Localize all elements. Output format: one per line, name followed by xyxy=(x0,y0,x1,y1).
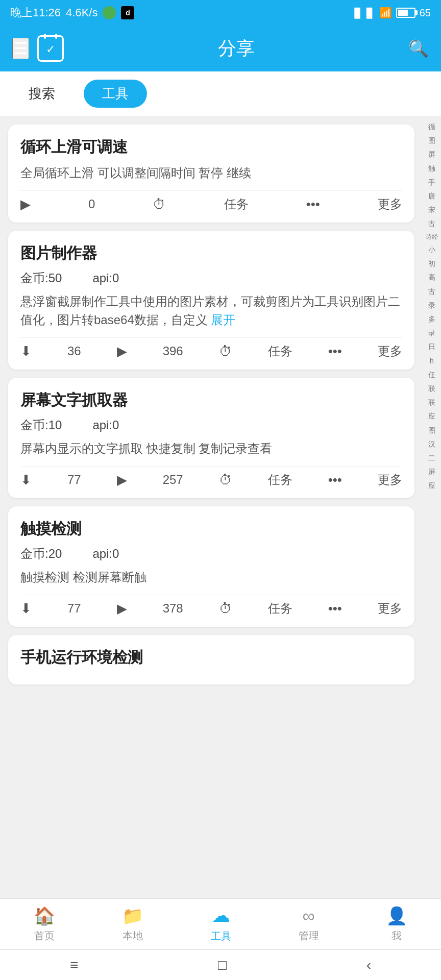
card-3-timer[interactable]: ⏱ xyxy=(219,472,232,488)
side-index-古[interactable]: 古 xyxy=(423,217,441,230)
side-index-唐[interactable]: 唐 xyxy=(423,190,441,203)
tools-nav-icon: ☁ xyxy=(212,905,230,926)
side-index-初[interactable]: 初 xyxy=(423,257,441,270)
card-1-desc: 全局循环上滑 可以调整间隔时间 暂停 继续 xyxy=(20,164,402,182)
side-index-联[interactable]: 联 xyxy=(423,382,441,395)
side-index-图2[interactable]: 图 xyxy=(423,424,441,437)
side-index-日[interactable]: 日 xyxy=(423,340,441,353)
menu-button[interactable]: ☰ xyxy=(12,38,29,59)
card-3-download[interactable]: ⬇ xyxy=(20,472,32,488)
tab-tools[interactable]: 工具 xyxy=(84,80,147,108)
card-3-play[interactable]: ▶ xyxy=(117,472,127,488)
card-2-expand[interactable]: 展开 xyxy=(211,313,235,327)
card-3-more-btn[interactable]: 更多 xyxy=(378,472,402,488)
card-4-download[interactable]: ⬇ xyxy=(20,601,32,617)
card-1-task-label: 任务 xyxy=(224,196,249,212)
tabs-bar: 搜索 工具 xyxy=(0,71,441,116)
side-index-联2[interactable]: 联 xyxy=(423,396,441,409)
card-1: 循环上滑可调速 全局循环上滑 可以调整间隔时间 暂停 继续 ▶ 0 ⏱ 任务 •… xyxy=(8,125,414,223)
card-2-more-btn[interactable]: 更多 xyxy=(378,343,402,359)
card-4-title: 触摸检测 xyxy=(20,519,402,540)
card-1-more-btn[interactable]: 更多 xyxy=(378,196,402,212)
card-1-timer[interactable]: ⏱ xyxy=(153,197,166,212)
card-1-play[interactable]: ▶ xyxy=(20,197,31,212)
card-2-task[interactable]: 任务 xyxy=(268,343,292,359)
card-2-coins: 金币:50 xyxy=(20,270,62,286)
side-index-图[interactable]: 图 xyxy=(423,134,441,147)
card-1-more[interactable]: ••• xyxy=(306,197,320,212)
side-index-二[interactable]: 二 xyxy=(423,452,441,464)
nav-tools[interactable]: ☁ 工具 xyxy=(201,901,241,947)
card-2-dl-count: 36 xyxy=(67,344,81,358)
nav-home[interactable]: 🏠 首页 xyxy=(23,901,65,947)
nav-local[interactable]: 📁 本地 xyxy=(112,901,154,947)
side-index-宋[interactable]: 宋 xyxy=(423,204,441,216)
card-2-more[interactable]: ••• xyxy=(328,344,342,359)
nav-tools-label: 工具 xyxy=(211,929,231,943)
cards-area: 循环上滑可调速 全局循环上滑 可以调整间隔时间 暂停 继续 ▶ 0 ⏱ 任务 •… xyxy=(0,116,423,785)
side-index-屏[interactable]: 屏 xyxy=(423,148,441,161)
system-nav: ≡ □ ‹ xyxy=(0,949,441,980)
card-4-more[interactable]: ••• xyxy=(328,601,342,617)
side-index-古2[interactable]: 古 xyxy=(423,285,441,298)
card-4-timer[interactable]: ⏱ xyxy=(219,601,232,617)
status-left: 晚上11:26 4.6K/s d xyxy=(10,5,134,20)
side-index-循[interactable]: 循 xyxy=(423,120,441,133)
card-4-dl-count: 77 xyxy=(67,601,81,616)
card-4: 触摸检测 金币:20 api:0 触摸检测 检测屏幕断触 ⬇ 77 ▶ 378 … xyxy=(8,506,414,627)
card-4-coins: 金币:20 xyxy=(20,546,62,562)
timer-icon: ⏱ xyxy=(153,197,166,212)
nav-manage-label: 管理 xyxy=(299,929,319,943)
calendar-icon[interactable]: ✓ xyxy=(37,35,64,62)
side-index: 循 图 屏 触 手 唐 宋 古 诗经 小 初 高 古 录 多 录 日 h 任 联… xyxy=(423,116,441,785)
side-index-h[interactable]: h xyxy=(423,355,441,368)
download-icon: ⬇ xyxy=(20,344,32,359)
card-2-download[interactable]: ⬇ xyxy=(20,344,32,359)
card-3-coins: 金币:10 xyxy=(20,417,62,433)
sys-nav-menu[interactable]: ≡ xyxy=(55,953,93,977)
play-icon: ▶ xyxy=(20,197,31,212)
side-index-屏2[interactable]: 屏 xyxy=(423,465,441,478)
side-index-汉[interactable]: 汉 xyxy=(423,438,441,451)
card-3-play-count: 257 xyxy=(163,473,183,487)
side-index-录[interactable]: 录 xyxy=(423,299,441,312)
card-4-more-btn[interactable]: 更多 xyxy=(378,600,402,617)
search-button[interactable]: 🔍 xyxy=(408,39,429,58)
side-index-触[interactable]: 触 xyxy=(423,162,441,175)
card-3-more[interactable]: ••• xyxy=(328,472,342,488)
card-4-task-label: 任务 xyxy=(268,600,292,617)
card-4-desc: 触摸检测 检测屏幕断触 xyxy=(20,568,402,586)
side-index-应2[interactable]: 应 xyxy=(423,479,441,492)
bottom-nav: 🏠 首页 📁 本地 ☁ 工具 ∞ 管理 👤 我 xyxy=(0,898,441,949)
card-1-task[interactable]: 任务 xyxy=(224,196,249,212)
play-icon-3: ▶ xyxy=(117,472,127,488)
card-2: 图片制作器 金币:50 api:0 悬浮窗截屏制作工具中使用的图片素材，可裁剪图… xyxy=(8,231,414,370)
card-4-play-count: 378 xyxy=(163,601,183,616)
card-1-title: 循环上滑可调速 xyxy=(20,137,402,158)
card-2-desc: 悬浮窗截屏制作工具中使用的图片素材，可裁剪图片为工具识别图片二值化，图片转bas… xyxy=(20,292,402,329)
side-index-任[interactable]: 任 xyxy=(423,369,441,381)
sys-nav-back[interactable]: ‹ xyxy=(351,953,386,977)
status-right: ▐▌▐▌ 📶 65 xyxy=(351,7,431,19)
nav-manage[interactable]: ∞ 管理 xyxy=(288,902,329,947)
side-index-多[interactable]: 多 xyxy=(423,313,441,326)
signal-icon: ▐▌▐▌ xyxy=(351,8,375,18)
nav-me[interactable]: 👤 我 xyxy=(376,901,418,947)
side-index-录2[interactable]: 录 xyxy=(423,327,441,339)
side-index-手[interactable]: 手 xyxy=(423,176,441,189)
card-2-timer[interactable]: ⏱ xyxy=(219,344,232,359)
more-icon-3: ••• xyxy=(328,472,342,488)
side-index-小[interactable]: 小 xyxy=(423,243,441,256)
side-index-高[interactable]: 高 xyxy=(423,271,441,284)
side-index-应[interactable]: 应 xyxy=(423,410,441,423)
more-icon-2: ••• xyxy=(328,344,342,359)
card-4-play[interactable]: ▶ xyxy=(117,601,127,617)
sys-nav-home[interactable]: □ xyxy=(203,953,242,977)
side-index-诗经[interactable]: 诗经 xyxy=(423,232,441,243)
card-4-task[interactable]: 任务 xyxy=(268,600,292,617)
card-2-play[interactable]: ▶ xyxy=(117,344,127,359)
card-2-more-label: 更多 xyxy=(378,343,402,359)
tab-search[interactable]: 搜索 xyxy=(10,80,74,108)
status-time: 晚上11:26 xyxy=(10,5,61,20)
card-3-task[interactable]: 任务 xyxy=(268,472,292,488)
